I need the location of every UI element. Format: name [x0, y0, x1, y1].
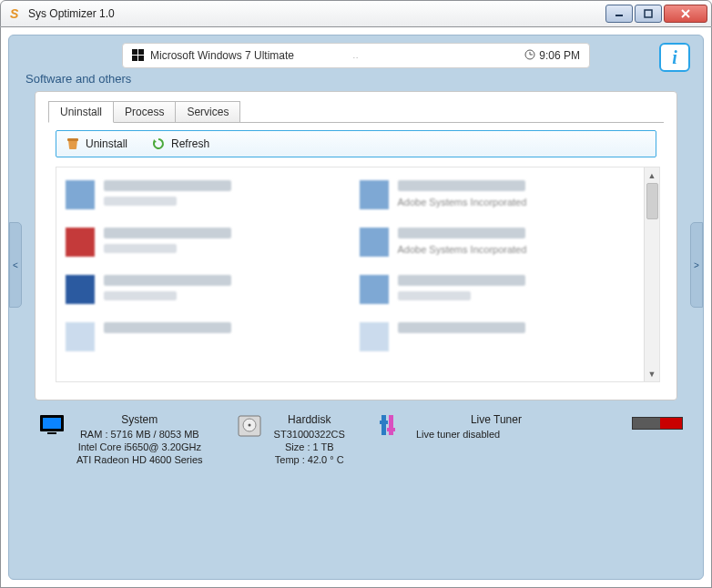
main-pane: Microsoft Windows 7 Ultimate .. 9:06 PM …: [8, 35, 704, 580]
list-item[interactable]: Adobe Systems Incorporated: [360, 228, 637, 257]
system-group: System RAM : 5716 MB / 8053 MB Intel Cor…: [38, 413, 203, 466]
minimize-button[interactable]: [605, 5, 633, 23]
svg-rect-15: [43, 418, 61, 429]
client-area: Microsoft Windows 7 Ultimate .. 9:06 PM …: [0, 27, 712, 588]
svg-rect-23: [387, 428, 395, 431]
svg-point-19: [248, 424, 250, 427]
tab-panel: Uninstall Process Services Uninstall Ref…: [35, 91, 677, 400]
svg-rect-16: [47, 432, 56, 434]
monitor-icon: [38, 413, 67, 439]
status-bar: System RAM : 5716 MB / 8053 MB Intel Cor…: [38, 413, 674, 466]
uninstall-button[interactable]: Uninstall: [66, 137, 127, 151]
close-button[interactable]: [664, 5, 707, 23]
clock: 9:06 PM: [524, 49, 580, 63]
tab-strip: Uninstall Process Services: [36, 92, 676, 123]
scroll-down-icon[interactable]: ▼: [645, 366, 659, 381]
svg-rect-22: [380, 421, 388, 424]
harddisk-temp: Temp : 42.0 ° C: [274, 453, 345, 466]
svg-rect-5: [132, 49, 137, 55]
os-name: Microsoft Windows 7 Ultimate: [150, 49, 294, 62]
info-button[interactable]: i: [659, 43, 690, 72]
svg-rect-21: [389, 415, 393, 435]
scrollbar[interactable]: ▲ ▼: [644, 167, 659, 381]
system-title: System: [76, 413, 203, 426]
list-item[interactable]: [360, 275, 637, 304]
refresh-label: Refresh: [171, 137, 209, 150]
vendor-label: Adobe Systems Incorporated: [398, 244, 527, 255]
system-gpu: ATI Radeon HD 4600 Series: [76, 453, 203, 466]
list-item[interactable]: Adobe Systems Incorporated: [360, 180, 637, 209]
tab-process[interactable]: Process: [113, 101, 176, 123]
system-ram: RAM : 5716 MB / 8053 MB: [76, 428, 203, 441]
svg-rect-12: [67, 138, 78, 141]
progress-fill: [660, 418, 682, 429]
harddisk-title: Harddisk: [274, 413, 345, 426]
list-item[interactable]: [66, 228, 343, 257]
app-icon: S: [8, 6, 23, 21]
harddisk-model: ST31000322CS: [274, 428, 345, 441]
list-item[interactable]: [66, 275, 343, 304]
svg-rect-6: [138, 49, 144, 55]
system-cpu: Intel Core i5650@ 3.20GHz: [76, 441, 203, 453]
harddisk-size: Size : 1 TB: [274, 441, 345, 453]
scroll-up-icon[interactable]: ▲: [645, 167, 659, 183]
svg-rect-8: [138, 56, 144, 61]
harddisk-icon: [236, 413, 265, 439]
clock-icon: [524, 49, 535, 63]
uninstall-label: Uninstall: [86, 137, 127, 150]
tab-services[interactable]: Services: [175, 101, 240, 123]
list-item[interactable]: [66, 322, 343, 351]
window-controls: [605, 5, 707, 23]
program-list: Adobe Systems Incorporated Adobe Systems…: [56, 167, 660, 382]
expand-right-button[interactable]: >: [690, 222, 703, 308]
maximize-button[interactable]: [635, 5, 662, 23]
svg-rect-20: [381, 415, 386, 435]
svg-marker-13: [153, 139, 157, 143]
list-item[interactable]: [360, 322, 637, 351]
vendor-label: Adobe Systems Incorporated: [398, 197, 527, 208]
progress-bar: [632, 417, 683, 430]
livetuner-status: Live tuner disabled: [416, 428, 522, 441]
loading-dots: ..: [353, 52, 359, 60]
svg-rect-1: [615, 15, 623, 16]
titlebar: S Sys Optimizer 1.0: [0, 0, 712, 27]
tab-uninstall[interactable]: Uninstall: [48, 101, 114, 123]
svg-rect-2: [645, 10, 652, 17]
uninstall-icon: [66, 137, 80, 151]
expand-left-button[interactable]: <: [9, 222, 22, 308]
list-item[interactable]: [66, 180, 343, 209]
livetuner-title: Live Tuner: [471, 413, 522, 426]
os-info-bar: Microsoft Windows 7 Ultimate .. 9:06 PM: [122, 43, 590, 68]
svg-text:S: S: [10, 6, 19, 21]
clock-time: 9:06 PM: [539, 49, 580, 62]
tab-content: Uninstall Refresh Adobe Systems: [48, 122, 664, 390]
scroll-thumb[interactable]: [646, 183, 658, 219]
window-title: Sys Optimizer 1.0: [28, 7, 605, 20]
toolbar: Uninstall Refresh: [56, 130, 656, 157]
section-title: Software and others: [25, 72, 690, 86]
tuner-icon: [378, 413, 407, 439]
svg-rect-7: [132, 56, 137, 61]
harddisk-group: Harddisk ST31000322CS Size : 1 TB Temp :…: [236, 413, 345, 466]
refresh-button[interactable]: Refresh: [151, 137, 209, 151]
windows-logo-icon: [132, 49, 145, 62]
livetuner-group: Live Tuner Live tuner disabled: [378, 413, 674, 466]
refresh-icon: [151, 137, 166, 151]
